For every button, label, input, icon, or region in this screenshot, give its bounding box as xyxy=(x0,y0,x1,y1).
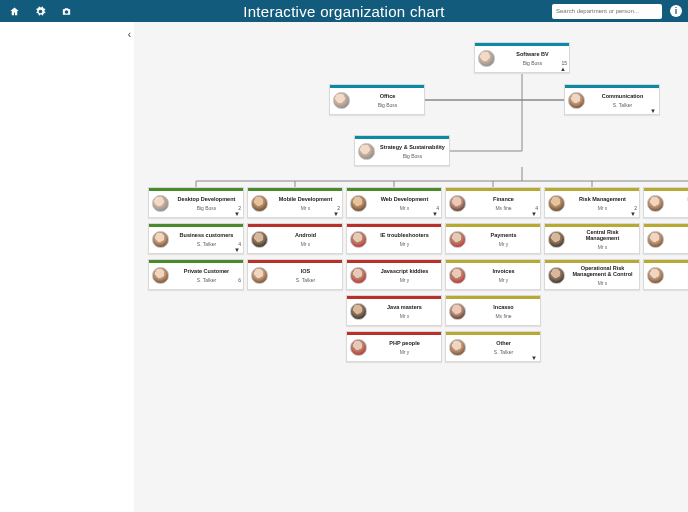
org-node-crisk[interactable]: Central Risk ManagementMr x xyxy=(544,223,640,254)
node-text: Java mastersMr x xyxy=(371,304,438,319)
org-node-desktop[interactable]: Desktop DevelopmentBig Boss2▼ xyxy=(148,187,244,218)
org-node-web[interactable]: Web DevelopmentMr x4▼ xyxy=(346,187,442,218)
node-text: Mobile DevelopmentMr x xyxy=(272,196,339,211)
chart-canvas[interactable]: Software BVBig Boss15▲OfficeBig BossComm… xyxy=(134,22,688,512)
camera-icon[interactable] xyxy=(60,5,72,17)
avatar xyxy=(350,339,367,356)
org-node-ios[interactable]: IOSS. Talker xyxy=(247,259,343,290)
node-text: PaymentsMr y xyxy=(470,232,537,247)
org-node-r3c6[interactable]: Mr x xyxy=(643,259,688,290)
node-manager: S. Talker xyxy=(272,277,339,283)
node-dept: Android xyxy=(272,232,339,238)
org-node-risk[interactable]: Risk ManagementMr x2▼ xyxy=(544,187,640,218)
org-node-ietrouble[interactable]: IE troubleshootersMr y xyxy=(346,223,442,254)
org-node-root[interactable]: Software BVBig Boss15▲ xyxy=(474,42,570,73)
expand-icon[interactable]: ▼ xyxy=(234,211,240,217)
avatar xyxy=(548,267,565,284)
node-text: Operational Risk Management & ControlMr … xyxy=(569,265,636,286)
node-manager: Mr y xyxy=(371,349,438,355)
node-text: AndroidMr x xyxy=(272,232,339,247)
expand-icon[interactable]: ▼ xyxy=(432,211,438,217)
org-node-php[interactable]: PHP peopleMr y xyxy=(346,331,442,362)
node-manager: Mr y xyxy=(371,277,438,283)
org-node-incasso[interactable]: IncassoMs fine xyxy=(445,295,541,326)
info-button[interactable]: i xyxy=(670,5,682,17)
avatar xyxy=(548,231,565,248)
gear-icon[interactable] xyxy=(34,5,46,17)
avatar xyxy=(478,50,495,67)
org-node-r2c6[interactable] xyxy=(643,223,688,254)
node-dept: IE troubleshooters xyxy=(371,232,438,238)
node-manager: Mr x xyxy=(668,274,688,280)
avatar xyxy=(152,231,169,248)
node-manager: Big Boss xyxy=(354,102,421,108)
node-text: OtherS. Talker xyxy=(470,340,537,355)
org-node-invoices[interactable]: InvoicesMr y xyxy=(445,259,541,290)
org-node-payments[interactable]: PaymentsMr y xyxy=(445,223,541,254)
node-manager: Mr x xyxy=(371,205,438,211)
avatar xyxy=(568,92,585,109)
avatar xyxy=(449,195,466,212)
node-text: FinanceMs fine xyxy=(470,196,537,211)
expand-icon[interactable]: ▼ xyxy=(234,247,240,253)
avatar xyxy=(333,92,350,109)
org-node-office[interactable]: OfficeBig Boss xyxy=(329,84,425,115)
node-dept: Business customers xyxy=(173,232,240,238)
sidebar-collapse-icon[interactable]: ‹ xyxy=(128,29,131,40)
search-input[interactable] xyxy=(552,4,662,19)
org-node-strategy[interactable]: Strategy & SustainabilityBig Boss xyxy=(354,135,450,166)
org-node-orm[interactable]: Operational Risk Management & ControlMr … xyxy=(544,259,640,290)
avatar xyxy=(548,195,565,212)
node-dept: Desktop Development xyxy=(173,196,240,202)
avatar xyxy=(251,267,268,284)
org-node-javam[interactable]: Java mastersMr x xyxy=(346,295,442,326)
expand-icon[interactable]: ▼ xyxy=(531,211,537,217)
node-text: InnovationMr x xyxy=(668,196,688,211)
expand-icon[interactable]: ▲ xyxy=(560,66,566,72)
node-dept: Invoices xyxy=(470,268,537,274)
avatar xyxy=(647,267,664,284)
home-icon[interactable] xyxy=(8,5,20,17)
node-manager: Mr x xyxy=(668,205,688,211)
avatar xyxy=(350,267,367,284)
org-node-android[interactable]: AndroidMr x xyxy=(247,223,343,254)
org-node-other[interactable]: OtherS. Talker▼ xyxy=(445,331,541,362)
node-dept: PHP people xyxy=(371,340,438,346)
expand-icon[interactable]: ▼ xyxy=(333,211,339,217)
avatar xyxy=(350,303,367,320)
node-dept: Risk Management xyxy=(569,196,636,202)
node-dept: Web Development xyxy=(371,196,438,202)
node-text: Business customersS. Talker xyxy=(173,232,240,247)
avatar xyxy=(251,195,268,212)
node-dept: Strategy & Sustainability xyxy=(379,144,446,150)
node-dept: Finance xyxy=(470,196,537,202)
node-dept: Other xyxy=(470,340,537,346)
avatar xyxy=(449,231,466,248)
node-manager: Mr x xyxy=(272,241,339,247)
node-dept: Central Risk Management xyxy=(569,229,636,241)
org-node-innov[interactable]: InnovationMr x xyxy=(643,187,688,218)
expand-icon[interactable]: ▼ xyxy=(650,108,656,114)
topbar: Interactive organization chart i xyxy=(0,0,688,22)
node-text: Strategy & SustainabilityBig Boss xyxy=(379,144,446,159)
node-text: OfficeBig Boss xyxy=(354,93,421,108)
node-text: IE troubleshootersMr y xyxy=(371,232,438,247)
org-node-comm[interactable]: CommunicationS. Talker▼ xyxy=(564,84,660,115)
org-node-jskid[interactable]: Javascript kiddiesMr y xyxy=(346,259,442,290)
sidebar: ‹ xyxy=(0,22,134,512)
node-manager: Mr x xyxy=(569,280,636,286)
topbar-right: i xyxy=(552,4,682,19)
node-dept: Communication xyxy=(589,93,656,99)
org-node-priv[interactable]: Private CustomerS. Talker6 xyxy=(148,259,244,290)
node-manager: Ms fine xyxy=(470,205,537,211)
node-text: CommunicationS. Talker xyxy=(589,93,656,108)
node-manager: S. Talker xyxy=(470,349,537,355)
org-node-bizcust[interactable]: Business customersS. Talker4▼ xyxy=(148,223,244,254)
node-text: InvoicesMr y xyxy=(470,268,537,283)
org-node-finance[interactable]: FinanceMs fine4▼ xyxy=(445,187,541,218)
expand-icon[interactable]: ▼ xyxy=(630,211,636,217)
expand-icon[interactable]: ▼ xyxy=(531,355,537,361)
org-node-mobile[interactable]: Mobile DevelopmentMr x2▼ xyxy=(247,187,343,218)
node-text xyxy=(668,238,688,241)
avatar xyxy=(647,231,664,248)
